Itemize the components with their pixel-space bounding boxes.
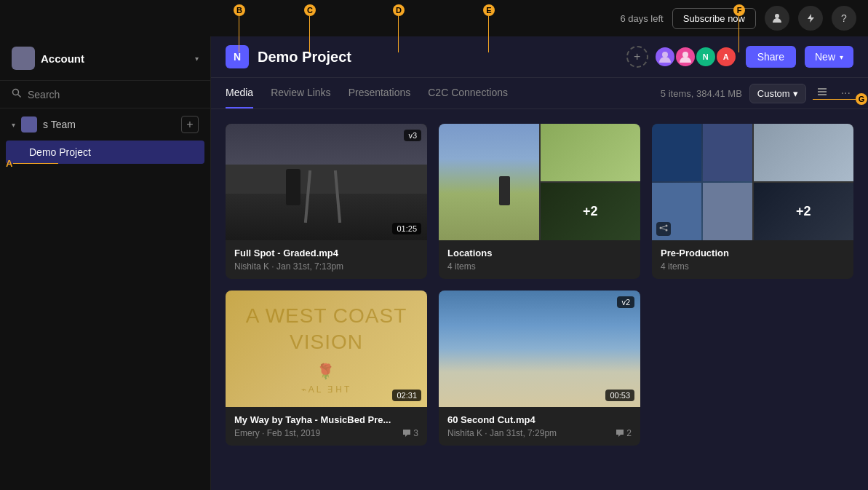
folder-cell-3: +2 <box>541 183 641 240</box>
help-icon-button[interactable]: ? <box>832 6 856 31</box>
svg-point-3 <box>662 52 668 58</box>
svg-point-9 <box>666 225 668 227</box>
card-60-second-meta: Nishita K · Jan 31st, 7:29pm 2 <box>447 428 632 438</box>
avatar-member-2 <box>674 46 696 68</box>
svg-rect-5 <box>818 88 827 90</box>
card-locations-thumb: +2 <box>439 124 640 240</box>
new-button[interactable]: New ▾ <box>805 46 853 68</box>
card-locations-meta: 4 items <box>447 261 632 272</box>
avatar-group: + N A <box>626 46 737 68</box>
share-button[interactable]: Share <box>746 46 796 68</box>
search-icon <box>12 88 22 100</box>
search-label: Search <box>28 89 60 100</box>
card-my-way[interactable]: A WEST COAST VISION 🌹 ⌁AL ƎHT 02:31 My W… <box>226 291 427 446</box>
card-full-spot-title: Full Spot - Graded.mp4 <box>234 248 418 258</box>
add-team-button[interactable]: + <box>181 116 199 133</box>
svg-point-8 <box>660 227 662 229</box>
tabs-bar: Media Review Links Presentations C2C Con… <box>211 78 868 109</box>
tab-media[interactable]: Media <box>226 78 253 108</box>
tab-presentations[interactable]: Presentations <box>349 78 411 108</box>
svg-line-11 <box>661 226 665 228</box>
lightning-icon-button[interactable] <box>798 6 823 31</box>
folder-cell-2 <box>541 124 641 181</box>
card-full-spot-meta: Nishita K · Jan 31st, 7:13pm <box>234 261 418 272</box>
list-view-button[interactable] <box>813 83 831 103</box>
tab-c2c-connections[interactable]: C2C Connections <box>428 78 508 108</box>
card-locations[interactable]: +2 Locations 4 items <box>439 124 640 279</box>
new-button-arrow-icon: ▾ <box>840 53 843 61</box>
project-title: Demo Project <box>258 49 618 66</box>
card-pre-production-meta: 4 items <box>661 261 845 272</box>
card-60-second-title: 60 Second Cut.mp4 <box>447 414 632 425</box>
search-section[interactable]: Search <box>0 81 210 108</box>
card-60-second[interactable]: v2 00:53 60 Second Cut.mp4 Nishita K · J… <box>439 291 640 446</box>
tab-review-links[interactable]: Review Links <box>271 78 330 108</box>
avatar-member-1 <box>654 46 676 68</box>
card-my-way-title: My Way by Tayha - MusicBed Pre... <box>234 414 418 425</box>
svg-line-2 <box>18 95 21 98</box>
content-area: N Demo Project + N A Share New ▾ <box>211 36 868 490</box>
folder-cell-pp-2 <box>754 124 854 181</box>
account-name: Account <box>41 52 189 65</box>
team-avatar <box>21 116 37 133</box>
team-section: ▾ s Team + <box>0 108 210 141</box>
card-my-way-comments: 3 <box>402 428 418 438</box>
version-badge-full-spot: v3 <box>404 130 421 141</box>
plus-overlay-preproduction: +2 <box>754 183 854 240</box>
sidebar-item-demo-project[interactable]: Demo Project <box>6 141 204 164</box>
user-icon-button[interactable] <box>765 6 789 31</box>
items-info: 5 items, 384.41 MB <box>661 88 742 99</box>
card-60-second-thumb: v2 00:53 <box>439 291 640 407</box>
project-header: N Demo Project + N A Share New ▾ <box>211 36 868 78</box>
svg-point-4 <box>682 52 688 58</box>
more-options-button[interactable]: ··· <box>838 84 853 103</box>
project-icon: N <box>226 45 249 68</box>
svg-point-1 <box>13 90 19 95</box>
folder-cell-pp-1 <box>652 124 752 240</box>
card-my-way-thumb: A WEST COAST VISION 🌹 ⌁AL ƎHT 02:31 <box>226 291 427 407</box>
duration-badge-full-spot: 01:25 <box>392 223 421 234</box>
subscribe-button[interactable]: Subscribe now <box>672 8 756 29</box>
duration-badge-myway: 02:31 <box>392 390 421 401</box>
card-60-second-comments: 2 <box>616 428 632 438</box>
main-layout: Account ▾ Search ▾ s Team + Demo Project… <box>0 36 868 490</box>
version-badge-60sec: v2 <box>617 296 634 308</box>
card-pre-production-thumb: +2 <box>652 124 853 240</box>
account-avatar <box>12 47 35 70</box>
folder-cell-1 <box>439 124 539 240</box>
card-pre-production-title: Pre-Production <box>661 248 845 258</box>
top-bar: 6 days left Subscribe now ? <box>0 0 868 36</box>
avatar-member-3: N <box>695 46 717 68</box>
svg-point-0 <box>775 14 779 18</box>
custom-sort-select[interactable]: Custom ▾ <box>749 84 806 103</box>
svg-rect-7 <box>818 94 827 95</box>
card-locations-title: Locations <box>447 248 632 258</box>
media-grid: v3 01:25 Full Spot - Graded.mp4 Nishita … <box>211 109 868 490</box>
plus-overlay-locations: +2 <box>541 183 641 240</box>
card-pre-production[interactable]: +2 Pre-Production 4 items <box>652 124 853 279</box>
trial-text: 6 days left <box>620 13 663 24</box>
account-chevron-icon: ▾ <box>195 55 199 63</box>
duration-badge-60sec: 00:53 <box>605 390 634 401</box>
card-full-spot[interactable]: v3 01:25 Full Spot - Graded.mp4 Nishita … <box>226 124 427 279</box>
team-chevron-icon: ▾ <box>12 121 15 129</box>
custom-sort-arrow-icon: ▾ <box>793 88 798 99</box>
account-section[interactable]: Account ▾ <box>0 36 210 81</box>
svg-line-12 <box>661 229 665 230</box>
svg-point-10 <box>666 229 668 232</box>
shared-icon <box>656 222 671 236</box>
add-member-button[interactable]: + <box>626 46 648 68</box>
folder-cell-pp-3: +2 <box>754 183 854 240</box>
sidebar: Account ▾ Search ▾ s Team + Demo Project <box>0 36 211 490</box>
team-name: s Team <box>43 119 175 130</box>
card-my-way-meta: Emery · Feb 1st, 2019 3 <box>234 428 418 438</box>
avatar-member-4: A <box>715 46 737 68</box>
card-full-spot-thumb: v3 01:25 <box>226 124 427 240</box>
svg-rect-6 <box>818 91 827 92</box>
